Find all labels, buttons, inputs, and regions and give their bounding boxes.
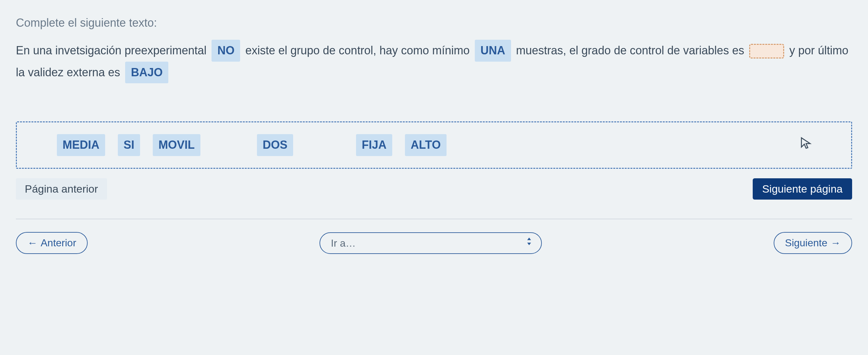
question-paragraph: En una invetsigación preexperimental NO … <box>16 40 852 84</box>
siguiente-button[interactable]: Siguiente → <box>774 232 852 254</box>
option-chip-fija[interactable]: FIJA <box>356 134 392 156</box>
cursor-icon <box>799 132 813 158</box>
option-chip-media[interactable]: MEDIA <box>57 134 105 156</box>
option-chip-dos[interactable]: DOS <box>257 134 293 156</box>
option-chip-si[interactable]: SI <box>118 134 140 156</box>
text-segment: En una invetsigación preexperimental <box>16 44 207 57</box>
arrow-left-icon: ← <box>27 237 37 249</box>
placed-chip-una[interactable]: UNA <box>475 40 511 62</box>
next-page-button[interactable]: Siguiente página <box>753 178 852 200</box>
options-dropzone[interactable]: MEDIA SI MOVIL DOS FIJA ALTO <box>16 121 852 169</box>
option-chip-alto[interactable]: ALTO <box>405 134 446 156</box>
goto-select[interactable]: Ir a… <box>319 232 542 254</box>
bottom-nav: ← Anterior Ir a… Siguiente → <box>16 232 852 254</box>
divider <box>16 219 852 219</box>
previous-page-button[interactable]: Página anterior <box>16 178 107 200</box>
empty-dropzone[interactable] <box>749 44 784 58</box>
text-segment: muestras, el grado de control de variabl… <box>516 44 744 57</box>
placed-chip-no[interactable]: NO <box>212 40 240 62</box>
goto-select-wrap: Ir a… <box>319 232 542 254</box>
anterior-button[interactable]: ← Anterior <box>16 232 88 254</box>
text-segment: existe el grupo de control, hay como mín… <box>245 44 469 57</box>
option-chip-movil[interactable]: MOVIL <box>153 134 200 156</box>
instruction-text: Complete el siguiente texto: <box>16 13 852 33</box>
anterior-label: Anterior <box>41 237 76 249</box>
placed-chip-bajo[interactable]: BAJO <box>125 62 168 84</box>
page-nav-row: Página anterior Siguiente página <box>16 178 852 200</box>
siguiente-label: Siguiente <box>785 237 827 249</box>
arrow-right-icon: → <box>831 237 841 249</box>
